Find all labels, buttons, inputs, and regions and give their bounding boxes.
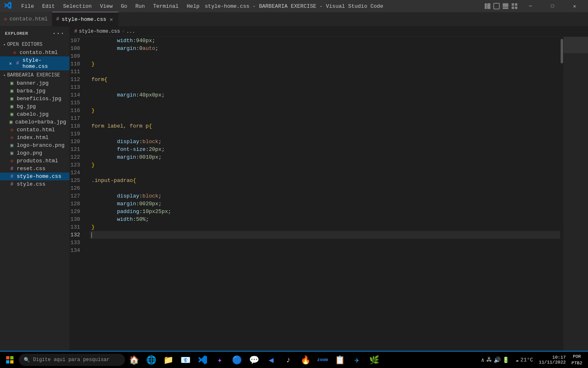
code-line[interactable]: display: block; bbox=[90, 192, 560, 200]
code-line[interactable] bbox=[90, 114, 560, 122]
sidebar-item-cabelo-barba[interactable]: ▣ cabelo+barba.jpg bbox=[0, 118, 69, 126]
code-line[interactable] bbox=[90, 99, 560, 107]
scrollbar-thumb[interactable] bbox=[561, 39, 563, 63]
code-editor[interactable]: 1071081091101111121131141151161171181191… bbox=[69, 37, 588, 351]
menu-selection[interactable]: Selection bbox=[60, 2, 95, 10]
sidebar-item-beneficios[interactable]: ▣ beneficios.jpg bbox=[0, 95, 69, 103]
sidebar-more-button[interactable]: ··· bbox=[52, 30, 65, 37]
language-info[interactable]: POR PTB2 bbox=[569, 354, 585, 366]
code-line[interactable]: margin: 40px 0px; bbox=[90, 91, 560, 99]
sidebar-item-reset-css[interactable]: # reset.css bbox=[0, 165, 69, 173]
code-line[interactable]: font-size: 20px; bbox=[90, 146, 560, 153]
sidebar-item-produtos[interactable]: ◇ produtos.html bbox=[0, 157, 69, 165]
code-line[interactable]: margin: 0 0 20px; bbox=[90, 200, 560, 208]
system-tray[interactable]: ∧ 🖧 🔊 🔋 bbox=[479, 357, 511, 364]
minimize-button[interactable]: ― bbox=[521, 0, 540, 12]
editor-layout-icon[interactable] bbox=[493, 3, 500, 9]
menu-go[interactable]: Go bbox=[118, 2, 131, 10]
menu-edit[interactable]: Edit bbox=[39, 2, 58, 10]
menu-help[interactable]: Help bbox=[183, 2, 203, 10]
sidebar: EXPLORER ··· ▾ OPEN EDITORS ◇ contato.ht… bbox=[0, 27, 69, 351]
code-line[interactable] bbox=[90, 130, 560, 138]
taskbar-app-vscode[interactable] bbox=[194, 352, 211, 368]
code-line[interactable]: } bbox=[90, 161, 560, 169]
taskbar-app-green[interactable]: 🌿 bbox=[366, 352, 382, 368]
code-line[interactable] bbox=[90, 68, 560, 76]
taskbar-search-bar[interactable]: 🔍 Digite aqui para pesquisar bbox=[19, 354, 125, 366]
sidebar-item-bg[interactable]: ▣ bg.jpg bbox=[0, 103, 69, 110]
tab-close-button[interactable]: ✕ bbox=[109, 16, 114, 23]
code-line[interactable]: } bbox=[90, 60, 560, 68]
code-line[interactable]: width: 50%; bbox=[90, 215, 560, 223]
grid-layout-icon[interactable] bbox=[511, 3, 518, 9]
menu-bar[interactable]: File Edit Selection View Go Run Terminal… bbox=[18, 2, 203, 10]
weather-info[interactable]: ☁ 21°C bbox=[513, 357, 536, 363]
taskbar-app-3[interactable]: 📁 bbox=[160, 352, 176, 368]
taskbar-app-browser[interactable]: 🌐 bbox=[143, 352, 159, 368]
file-label: banner.jpg bbox=[17, 80, 49, 86]
sidebar-item-cabelo[interactable]: ▣ cabelo.jpg bbox=[0, 110, 69, 118]
sidebar-item-logo[interactable]: ▣ logo.png bbox=[0, 149, 69, 157]
open-editors-header[interactable]: ▾ OPEN EDITORS bbox=[0, 40, 69, 49]
code-line[interactable] bbox=[90, 83, 560, 91]
layout-icons[interactable] bbox=[484, 3, 518, 9]
close-icon[interactable]: ✕ bbox=[9, 61, 12, 67]
tab-style-home-css[interactable]: # style-home.css ✕ bbox=[52, 12, 118, 26]
code-line[interactable]: } bbox=[90, 107, 560, 114]
start-button[interactable] bbox=[2, 352, 18, 368]
maximize-button[interactable]: □ bbox=[543, 0, 562, 12]
code-line[interactable]: .input-padrao { bbox=[90, 177, 560, 184]
menu-terminal[interactable]: Terminal bbox=[150, 2, 182, 10]
sidebar-item-contato-html[interactable]: ◇ contato.html bbox=[0, 49, 69, 56]
barbearia-section-header[interactable]: ▾ BARBEARIA EXERCISE bbox=[0, 71, 69, 79]
code-line[interactable]: display: block; bbox=[90, 138, 560, 146]
code-area[interactable]: width: 940px; margin: 0 auto; } form { m… bbox=[87, 37, 560, 351]
file-label: logo.png bbox=[17, 150, 42, 156]
sidebar-item-banner[interactable]: ▣ banner.jpg bbox=[0, 79, 69, 87]
code-line[interactable]: width: 940px; bbox=[90, 37, 560, 45]
taskbar-app-blue[interactable]: ◀ bbox=[263, 352, 279, 368]
code-line[interactable]: padding: 10px 25px; bbox=[90, 208, 560, 215]
html-icon: ◇ bbox=[4, 16, 7, 22]
taskbar-app-whatsapp[interactable]: 💬 bbox=[246, 352, 262, 368]
taskbar-app-4[interactable]: 📧 bbox=[177, 352, 194, 368]
time-display[interactable]: 10:17 11/11/2022 bbox=[537, 355, 568, 365]
taskbar: 🔍 Digite aqui para pesquisar 🏠 🌐 📁 📧 ✦ 🔵… bbox=[0, 352, 588, 368]
sidebar-item-style-home-css[interactable]: # style-home.css bbox=[0, 173, 69, 180]
sidebar-item-style-home-active[interactable]: ✕ # style-home.css bbox=[0, 56, 69, 70]
menu-view[interactable]: View bbox=[97, 2, 116, 10]
taskbar-app-telegram[interactable]: ✈ bbox=[349, 352, 365, 368]
code-line[interactable] bbox=[90, 52, 560, 60]
taskbar-app-tiktok[interactable]: ♪ bbox=[280, 352, 296, 368]
sidebar-item-index[interactable]: ◇ index.html bbox=[0, 134, 69, 141]
taskbar-app-chrome[interactable]: 🔵 bbox=[229, 352, 245, 368]
code-line[interactable]: } bbox=[90, 223, 560, 231]
sidebar-item-contato[interactable]: ◇ contato.html bbox=[0, 126, 69, 134]
code-line[interactable]: margin: 0 auto; bbox=[90, 45, 560, 52]
taskbar-app-figma[interactable]: ✦ bbox=[212, 352, 228, 368]
code-line[interactable]: form { bbox=[90, 76, 560, 83]
panel-layout-icon[interactable] bbox=[502, 3, 509, 9]
close-button[interactable]: ✕ bbox=[565, 0, 584, 12]
html-file-icon: ◇ bbox=[12, 49, 18, 56]
taskbar-app-zoom[interactable]: zoom bbox=[314, 352, 331, 368]
taskbar-app-yellow[interactable]: 📋 bbox=[332, 352, 348, 368]
breadcrumb-sep: › bbox=[122, 29, 125, 34]
sidebar-layout-icon[interactable] bbox=[484, 3, 491, 9]
code-line[interactable] bbox=[90, 184, 560, 192]
menu-file[interactable]: File bbox=[18, 2, 37, 10]
taskbar-app-red[interactable]: 🔥 bbox=[297, 352, 314, 368]
code-line[interactable] bbox=[90, 231, 560, 239]
tab-contato-html[interactable]: ◇ contato.html bbox=[0, 12, 52, 26]
code-line[interactable]: form label, form p { bbox=[90, 122, 560, 130]
code-line[interactable]: margin: 0 0 10px; bbox=[90, 153, 560, 161]
code-line[interactable] bbox=[90, 169, 560, 177]
code-line[interactable] bbox=[90, 239, 560, 247]
menu-run[interactable]: Run bbox=[132, 2, 148, 10]
taskbar-app-explorer[interactable]: 🏠 bbox=[126, 352, 142, 368]
sidebar-item-style-css[interactable]: # style.css bbox=[0, 180, 69, 188]
sidebar-item-logo-branco[interactable]: ▣ logo-branco.png bbox=[0, 141, 69, 149]
sidebar-item-barba[interactable]: ▣ barba.jpg bbox=[0, 87, 69, 95]
scrollbar[interactable] bbox=[560, 37, 564, 351]
code-line[interactable] bbox=[90, 247, 560, 254]
